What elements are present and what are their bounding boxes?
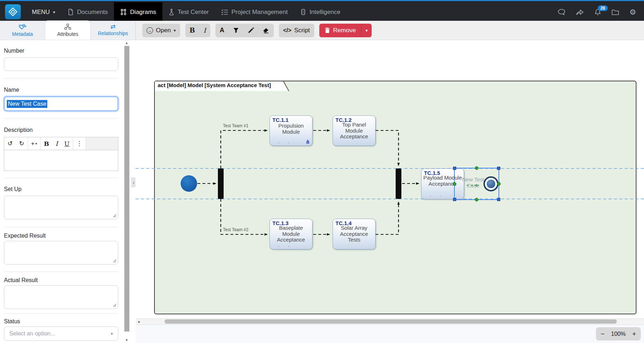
relationships-arrows-icon: ⇄ (110, 24, 115, 29)
desc-italic-button[interactable]: I (52, 137, 61, 150)
description-editor[interactable] (4, 150, 118, 171)
fork-node[interactable] (218, 168, 224, 199)
nav-item-test-center[interactable]: Test Center (162, 2, 215, 22)
selection-handle-ne[interactable] (497, 167, 500, 170)
bold-button[interactable]: B (185, 24, 199, 37)
chevron-down-icon: ▾ (53, 10, 55, 15)
chat-button[interactable] (558, 9, 566, 16)
trash-icon (325, 27, 330, 33)
scroll-left-icon[interactable]: ◂ (138, 319, 140, 324)
nav-item-diagrams[interactable]: Diagrams (114, 2, 162, 22)
canvas-horizontal-scrollbar[interactable]: ◂ (136, 318, 644, 324)
metadata-tags-icon (19, 24, 27, 30)
branch-label-team1: Test Team #1 (223, 123, 248, 128)
tab-label: Attributes (57, 31, 78, 37)
divider (4, 178, 118, 178)
selection-handle-n[interactable] (475, 166, 478, 170)
number-label: Number (4, 48, 24, 54)
zoom-in-button[interactable]: + (632, 330, 636, 338)
remove-button[interactable]: Remove (319, 24, 361, 37)
actual-result-label: Actual Result (4, 277, 38, 284)
chevron-down-icon: ▾ (35, 142, 37, 146)
menu-button[interactable]: MENU ▾ (26, 2, 61, 22)
attributes-panel: Number Name New Test Case Description ↺ … (0, 40, 135, 343)
open-label: Open (156, 27, 171, 34)
selection-handle-w[interactable] (453, 182, 456, 186)
insert-button[interactable]: + ▾ (28, 137, 40, 150)
undo-button[interactable]: ↺ (4, 137, 16, 150)
more-options-button[interactable]: ⋮ (73, 137, 86, 150)
eraser-icon (263, 28, 269, 33)
scrollbar-thumb[interactable] (164, 319, 617, 324)
node-name: Baseplate Module Acceptance (270, 225, 312, 243)
desc-underline-button[interactable]: U (61, 137, 73, 150)
font-color-button[interactable]: A (215, 24, 229, 37)
nav-item-intelligence[interactable]: Intelligence (294, 2, 347, 22)
selection-handle-sw[interactable] (453, 198, 456, 201)
status-select[interactable]: Select an option... ▾ (4, 327, 118, 341)
name-input[interactable]: New Test Case (4, 96, 118, 111)
checklist-icon (221, 9, 228, 15)
expected-result-textarea[interactable] (4, 241, 118, 265)
intelligence-icon (300, 9, 306, 15)
setup-textarea[interactable] (4, 196, 118, 219)
resize-handle-icon[interactable] (113, 259, 116, 263)
script-button[interactable]: </> Script (279, 24, 314, 37)
scroll-up-icon[interactable]: ▲ (125, 41, 128, 45)
diagram-node-tc14[interactable]: TC.1.4 Solar Array Acceptance Tests (333, 219, 376, 249)
actual-result-textarea[interactable] (4, 285, 118, 309)
filter-button[interactable] (229, 24, 243, 37)
chevron-down-icon: ▾ (111, 331, 113, 336)
selection-handle-e[interactable] (497, 182, 501, 186)
zoom-out-button[interactable]: − (601, 330, 605, 338)
diagram-node-tc13[interactable]: TC.1.3 Baseplate Module Acceptance ·· (269, 219, 313, 249)
pencil-icon (248, 27, 254, 34)
decomposition-icon: ⋔ (305, 139, 310, 145)
notification-badge: 28 (598, 5, 607, 11)
diagram-canvas[interactable]: act [Model] Model [System Acceptance Tes… (135, 40, 644, 325)
erase-button[interactable] (258, 24, 274, 37)
redo-button[interactable]: ↻ (16, 137, 27, 150)
nav-right: 28 ⚙ (558, 2, 644, 22)
share-button[interactable] (576, 9, 584, 16)
desc-bold-button[interactable]: B (40, 137, 52, 150)
selection-handle-s[interactable] (475, 198, 478, 201)
nav-item-project-management[interactable]: Project Management (215, 2, 294, 22)
zoom-control: − 100% + (596, 327, 641, 340)
scroll-down-icon[interactable]: ▼ (125, 338, 128, 342)
attributes-cubes-icon (64, 24, 72, 30)
join-node[interactable] (396, 168, 401, 199)
nav-label: Intelligence (310, 9, 340, 16)
open-button[interactable]: → Open ▾ (142, 24, 180, 37)
scrollbar-thumb[interactable] (124, 46, 129, 332)
nav-item-documents[interactable]: Documents (61, 2, 114, 22)
node-name: Solar Array Acceptance Tests (333, 225, 375, 243)
settings-button[interactable]: ⚙ (629, 8, 636, 16)
text-style-group: B I (185, 24, 210, 37)
diagram-node-tc11[interactable]: TC.1.1 Propulsion Module ·· ⋔ (269, 115, 313, 146)
tab-attributes[interactable]: Attributes (45, 20, 90, 40)
files-button[interactable] (611, 9, 619, 15)
divider (4, 227, 118, 227)
open-icon: → (147, 27, 153, 34)
resize-handle-icon[interactable] (113, 214, 116, 218)
selection-handle-nw[interactable] (453, 167, 456, 170)
resize-handle-icon[interactable] (113, 304, 116, 307)
app-logo[interactable] (5, 4, 21, 19)
tab-metadata[interactable]: Metadata (0, 20, 45, 40)
diagram-node-tc12[interactable]: TC.1.2 Top Panel Module Acceptance (333, 115, 376, 146)
italic-button[interactable]: I (199, 24, 210, 37)
divider (4, 78, 118, 78)
tab-relationships[interactable]: ⇄ Relationships (91, 20, 135, 40)
initial-node[interactable] (181, 175, 197, 192)
diagram-toolbar: → Open ▾ B I A (135, 21, 644, 40)
draw-button[interactable] (243, 24, 258, 37)
selection-handle-se[interactable] (497, 198, 500, 201)
status-placeholder: Select an option... (9, 330, 55, 337)
remove-dropdown-button[interactable]: ▾ (362, 24, 372, 37)
canvas-footer: − 100% + (135, 324, 644, 343)
number-input[interactable] (4, 57, 118, 71)
selection-box[interactable] (454, 168, 499, 200)
sidebar-scrollbar[interactable]: ▲ ▼ (124, 40, 129, 343)
notifications-button[interactable]: 28 (594, 8, 601, 16)
